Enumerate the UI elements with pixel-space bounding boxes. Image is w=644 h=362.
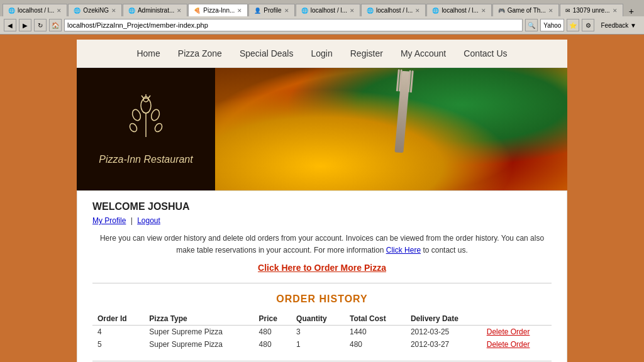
hero-left: Pizza-Inn Restaurant <box>77 68 215 190</box>
click-here-link[interactable]: Click Here <box>386 246 421 255</box>
cell-delivery-date: 2012-03-27 <box>406 338 482 351</box>
svg-point-2 <box>131 108 142 121</box>
nav-item-contact-us[interactable]: Contact Us <box>464 48 507 58</box>
nav-link-login[interactable]: Login <box>311 48 332 58</box>
nav-bar: Home Pizza Zone Special Deals Login Regi… <box>77 40 567 68</box>
cell-delete: Delete Order <box>482 326 552 339</box>
col-order-id: Order Id <box>92 312 144 326</box>
restaurant-name: Pizza-Inn Restaurant <box>99 154 192 165</box>
cell-order-id: 4 <box>92 326 144 339</box>
tab-9[interactable]: 🎮Game of Th...✕ <box>492 4 559 16</box>
yahoo-search[interactable]: Yahoo <box>540 19 564 31</box>
my-profile-link[interactable]: My Profile <box>92 216 126 225</box>
cell-order-id: 5 <box>92 338 144 351</box>
tab-7[interactable]: 🌐localhost / l...✕ <box>361 4 426 16</box>
svg-point-0 <box>141 98 151 113</box>
settings-button[interactable]: ⚙ <box>582 19 594 31</box>
svg-line-8 <box>142 96 143 98</box>
cell-pizza-type: Super Supreme Pizza <box>144 326 253 339</box>
tab-4-active[interactable]: 🍕Pizza-Inn...✕ <box>188 4 248 16</box>
svg-point-6 <box>143 97 148 102</box>
cell-pizza-type: Super Supreme Pizza <box>144 338 253 351</box>
nav-item-my-account[interactable]: My Account <box>401 48 446 58</box>
order-history-table: Order Id Pizza Type Price Quantity Total… <box>92 312 552 351</box>
nav-link-register[interactable]: Register <box>350 48 383 58</box>
table-row: 5 Super Supreme Pizza 480 1 480 2012-03-… <box>92 338 552 351</box>
info-paragraph: Here you can view order history and dele… <box>92 233 552 256</box>
col-total-cost: Total Cost <box>345 312 406 326</box>
welcome-heading: WELCOME JOSHUA <box>92 201 552 212</box>
new-tab-button[interactable]: + <box>626 6 636 16</box>
cell-quantity: 1 <box>291 338 345 351</box>
hero-banner: Pizza-Inn Restaurant <box>77 68 567 190</box>
reload-button[interactable]: ↻ <box>34 19 47 31</box>
section-divider <box>92 283 552 283</box>
tab-5[interactable]: 👤Profile✕ <box>248 4 294 16</box>
nav-menu: Home Pizza Zone Special Deals Login Regi… <box>77 40 567 67</box>
tab-bar: 🌐localhost / l...✕ 🌐OzekiNG✕ 🌐Administra… <box>0 0 644 16</box>
hero-image <box>215 68 567 190</box>
page-wrapper: Home Pizza Zone Special Deals Login Regi… <box>0 35 644 362</box>
table-row: 4 Super Supreme Pizza 480 3 1440 2012-03… <box>92 326 552 339</box>
order-pizza-link[interactable]: Click Here to Order More Pizza <box>92 263 552 273</box>
tab-8[interactable]: 🌐localhost / l...✕ <box>426 4 491 16</box>
address-input[interactable] <box>64 19 523 31</box>
main-container: Home Pizza Zone Special Deals Login Regi… <box>77 40 567 362</box>
food-visual <box>215 68 567 190</box>
svg-point-4 <box>128 122 138 133</box>
food-background <box>215 68 567 190</box>
nav-link-contact-us[interactable]: Contact Us <box>464 48 507 58</box>
delete-order-link[interactable]: Delete Order <box>487 327 530 336</box>
tab-3[interactable]: 🌐Administrat...✕ <box>123 4 187 16</box>
bookmark-button[interactable]: ⭐ <box>567 19 579 31</box>
svg-line-9 <box>148 96 150 98</box>
cell-price: 480 <box>254 326 292 339</box>
nav-item-home[interactable]: Home <box>136 48 160 58</box>
cell-price: 480 <box>254 338 292 351</box>
delete-order-link[interactable]: Delete Order <box>487 340 530 349</box>
cell-total-cost: 480 <box>345 338 406 351</box>
nav-item-pizza-zone[interactable]: Pizza Zone <box>178 48 222 58</box>
tab-10[interactable]: ✉13079 unre...✕ <box>560 4 623 16</box>
nav-item-register[interactable]: Register <box>350 48 383 58</box>
cell-quantity: 3 <box>291 326 345 339</box>
tab-1[interactable]: 🌐localhost / l...✕ <box>3 4 67 16</box>
home-button[interactable]: 🏠 <box>49 19 62 31</box>
tab-6[interactable]: 🌐localhost / l...✕ <box>296 4 360 16</box>
cell-delete: Delete Order <box>482 338 552 351</box>
cell-total-cost: 1440 <box>345 326 406 339</box>
address-bar: ◀ ▶ ↻ 🏠 🔍 Yahoo ⭐ ⚙ Feedback ▼ <box>0 16 644 34</box>
logout-link[interactable]: Logout <box>137 216 160 225</box>
col-quantity: Quantity <box>291 312 345 326</box>
forward-button[interactable]: ▶ <box>19 19 31 31</box>
browser-chrome: 🌐localhost / l...✕ 🌐OzekiNG✕ 🌐Administra… <box>0 0 644 35</box>
content-area: WELCOME JOSHUA My Profile | Logout Here … <box>77 190 567 362</box>
col-price: Price <box>254 312 292 326</box>
nav-link-pizza-zone[interactable]: Pizza Zone <box>178 48 222 58</box>
tab-2[interactable]: 🌐OzekiNG✕ <box>68 4 122 16</box>
order-history-title: ORDER HISTORY <box>92 293 552 305</box>
nav-link-special-deals[interactable]: Special Deals <box>240 48 294 58</box>
back-button[interactable]: ◀ <box>4 19 16 31</box>
col-delivery-date: Delivery Date <box>406 312 482 326</box>
svg-point-5 <box>153 122 164 133</box>
nav-item-login[interactable]: Login <box>311 48 332 58</box>
table-header-row: Order Id Pizza Type Price Quantity Total… <box>92 312 552 326</box>
search-icon[interactable]: 🔍 <box>525 19 538 31</box>
nav-link-home[interactable]: Home <box>136 48 160 58</box>
col-pizza-type: Pizza Type <box>144 312 253 326</box>
link-separator: | <box>131 216 135 225</box>
profile-links: My Profile | Logout <box>92 216 552 225</box>
nav-link-my-account[interactable]: My Account <box>401 48 446 58</box>
col-action <box>482 312 552 326</box>
feedback-button[interactable]: Feedback ▼ <box>597 22 640 29</box>
restaurant-logo-icon <box>127 93 165 149</box>
cell-delivery-date: 2012-03-25 <box>406 326 482 339</box>
svg-point-3 <box>150 108 160 121</box>
nav-item-special-deals[interactable]: Special Deals <box>240 48 294 58</box>
